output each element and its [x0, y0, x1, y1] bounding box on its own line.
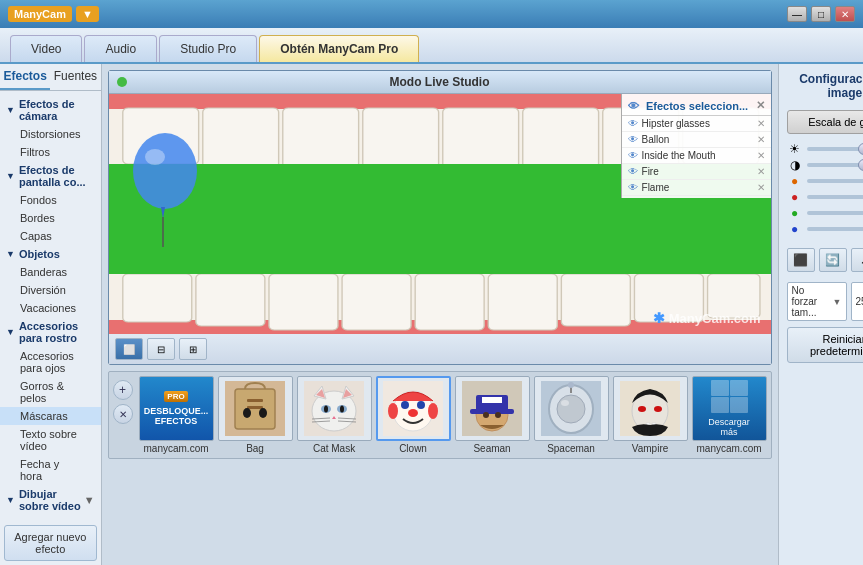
brightness-track[interactable]	[807, 147, 863, 151]
sidebar-item-bordes[interactable]: Bordes	[0, 209, 101, 227]
maximize-button[interactable]: □	[811, 6, 831, 22]
video-layout-single[interactable]: ⬜	[115, 338, 143, 360]
reset-button[interactable]: Reiniciar a predeterminado	[787, 327, 863, 363]
sidebar-item-filtros[interactable]: Filtros	[0, 143, 101, 161]
sidebar-item-ojos[interactable]: Accesorios para ojos	[0, 347, 101, 377]
flip-v-button[interactable]: 🔄	[819, 248, 847, 272]
sidebar-item-texto[interactable]: Texto sobre vídeo	[0, 425, 101, 455]
tab-audio[interactable]: Audio	[84, 35, 157, 62]
thumb-spaceman[interactable]: Spaceman	[534, 376, 609, 454]
sidebar-item-vacaciones[interactable]: Vacaciones	[0, 299, 101, 317]
svg-point-39	[324, 406, 328, 413]
effect-remove-hipster[interactable]: ✕	[757, 118, 765, 129]
resolution-select[interactable]: No forzar tam... ▼	[787, 282, 847, 321]
effect-row-flame: 👁 Flame ✕	[622, 180, 771, 196]
thumb-img-cat-mask	[297, 376, 372, 441]
svg-rect-18	[561, 274, 630, 326]
effect-remove-ballon[interactable]: ✕	[757, 134, 765, 145]
color4-track[interactable]	[807, 227, 863, 231]
svg-rect-15	[342, 274, 411, 330]
status-dot	[117, 77, 127, 87]
thumb-cat-mask[interactable]: Cat Mask	[297, 376, 372, 454]
thumb-seaman[interactable]: Seaman	[455, 376, 530, 454]
sidebar-item-distorsiones[interactable]: Distorsiones	[0, 125, 101, 143]
thumb-manycam-pro[interactable]: PRO DESBLOQUE... EFECTOS manycam.com	[139, 376, 214, 454]
category-efectos-camara[interactable]: Efectos de cámara	[0, 95, 101, 125]
thumb-img-seaman	[455, 376, 530, 441]
fps-select[interactable]: 25 fps ▼	[851, 282, 863, 321]
minimize-button[interactable]: —	[787, 6, 807, 22]
effect-remove-flame[interactable]: ✕	[757, 182, 765, 193]
video-controls: ⬜ ⊟ ⊞	[109, 334, 771, 364]
download-grid	[711, 380, 748, 413]
contrast-thumb[interactable]	[858, 159, 863, 171]
grayscale-button[interactable]: Escala de grises	[787, 110, 863, 134]
category-dibujar[interactable]: Dibujar sobre vídeo ▼	[0, 485, 101, 515]
eye-icon[interactable]: 👁	[628, 166, 638, 177]
thumb-img-clown	[376, 376, 451, 441]
svg-point-69	[654, 406, 662, 412]
category-objetos[interactable]: Objetos	[0, 245, 101, 263]
rotate-cw-button[interactable]: ↗	[851, 248, 863, 272]
effect-row-inside-mouth: 👁 Inside the Mouth ✕	[622, 148, 771, 164]
color2-track[interactable]	[807, 195, 863, 199]
main-content: Efectos Fuentes Efectos de cámara Distor…	[0, 64, 863, 565]
add-effect-button[interactable]: Agregar nuevo efecto	[4, 525, 97, 561]
sidebar-item-fecha[interactable]: Fecha y hora	[0, 455, 101, 485]
icon-buttons-row: ⬛ 🔄 ↗ ↩	[787, 248, 863, 272]
video-layout-split2[interactable]: ⊟	[147, 338, 175, 360]
sidebar-item-banderas[interactable]: Banderas	[0, 263, 101, 281]
effect-row-ballon: 👁 Ballon ✕	[622, 132, 771, 148]
flip-h-button[interactable]: ⬛	[787, 248, 815, 272]
svg-point-21	[133, 133, 197, 209]
eye-icon[interactable]: 👁	[628, 182, 638, 193]
close-button[interactable]: ✕	[835, 6, 855, 22]
sidebar-item-diversion[interactable]: Diversión	[0, 281, 101, 299]
spaceman-svg	[541, 381, 601, 436]
eye-icon[interactable]: 👁	[628, 118, 638, 129]
color3-track[interactable]	[807, 211, 863, 215]
color1-track[interactable]	[807, 179, 863, 183]
sidebar-item-fondos[interactable]: Fondos	[0, 191, 101, 209]
main-tabs: Video Audio Studio Pro Obtén ManyCam Pro	[0, 28, 863, 64]
brightness-thumb[interactable]	[858, 143, 863, 155]
svg-rect-28	[247, 406, 263, 409]
contrast-track[interactable]	[807, 163, 863, 167]
thumb-label-seaman: Seaman	[473, 443, 510, 454]
sidebar-item-gorros[interactable]: Gorros & pelos	[0, 377, 101, 407]
thumb-clown[interactable]: Clown	[376, 376, 451, 454]
balloon-svg	[127, 129, 207, 249]
tab-get-pro[interactable]: Obtén ManyCam Pro	[259, 35, 419, 62]
sidebar-item-capas[interactable]: Capas	[0, 227, 101, 245]
contrast-icon: ◑	[787, 158, 803, 172]
thumb-label-clown: Clown	[399, 443, 427, 454]
tab-efectos[interactable]: Efectos	[0, 64, 50, 90]
effect-remove-mouth[interactable]: ✕	[757, 150, 765, 161]
add-thumb-button[interactable]: +	[113, 380, 133, 400]
effects-close-icon[interactable]: ✕	[756, 99, 765, 112]
tab-video[interactable]: Video	[10, 35, 82, 62]
cat-mask-svg	[304, 381, 364, 436]
thumb-bag[interactable]: Bag	[218, 376, 293, 454]
video-layout-split4[interactable]: ⊞	[179, 338, 207, 360]
category-accesorios[interactable]: Accesorios para rostro	[0, 317, 101, 347]
eye-icon[interactable]: 👁	[628, 134, 638, 145]
svg-point-29	[243, 408, 251, 418]
clown-svg	[383, 381, 443, 436]
tab-studio-pro[interactable]: Studio Pro	[159, 35, 257, 62]
remove-thumb-button[interactable]: ✕	[113, 404, 133, 424]
eye-icon[interactable]: 👁	[628, 150, 638, 161]
sidebar-item-mascaras[interactable]: Máscaras	[0, 407, 101, 425]
svg-point-48	[408, 409, 418, 417]
svg-rect-5	[362, 108, 438, 164]
brand-badge[interactable]: ▼	[76, 6, 99, 22]
svg-rect-14	[269, 274, 338, 330]
thumb-download-more[interactable]: Descargar más manycam.com	[692, 376, 767, 454]
category-pantalla[interactable]: Efectos de pantalla co...	[0, 161, 101, 191]
thumb-vampire[interactable]: Vampire	[613, 376, 688, 454]
effect-remove-fire[interactable]: ✕	[757, 166, 765, 177]
svg-point-50	[417, 401, 425, 409]
svg-point-51	[388, 403, 398, 419]
tab-fuentes[interactable]: Fuentes	[50, 64, 100, 90]
effects-panel: 👁 Efectos seleccion... ✕ 👁 Hipster glass…	[621, 94, 771, 198]
